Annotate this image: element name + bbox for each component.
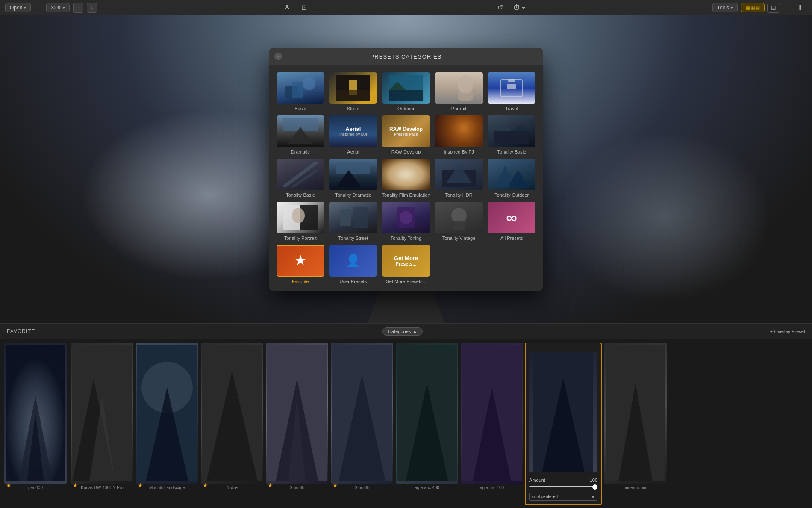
preset-inspired[interactable]: Inspired By FJ <box>435 115 483 154</box>
preset-tonality-basic-overlay <box>488 115 535 147</box>
preset-all-presets-thumb: ∞ <box>488 202 535 233</box>
presets-view-active[interactable]: ▦▦▦ <box>741 3 765 12</box>
presets-view-icon: ▦▦▦ <box>746 5 760 11</box>
film-star-icon: ★ <box>73 482 78 489</box>
close-icon: × <box>277 54 279 59</box>
preset-dramatic[interactable]: Dramatic <box>276 115 325 154</box>
zoom-out-button[interactable]: − <box>73 3 83 13</box>
film-item[interactable]: ★ Smooth <box>265 343 329 505</box>
preset-tonality-outdoor-overlay <box>488 159 535 190</box>
preset-tonality-portrait[interactable]: Tonality Portrait <box>276 202 325 241</box>
fav-label: FAVORITE <box>7 328 35 334</box>
film-item[interactable]: underground <box>603 343 668 505</box>
history-button[interactable]: ⏱ ▾ <box>510 2 529 13</box>
categories-label: Categories <box>388 329 411 334</box>
film-item[interactable]: ★ Smooth <box>330 343 394 505</box>
preset-all-presets[interactable]: ∞ All Presets <box>487 202 536 241</box>
zoom-dropdown[interactable]: 32% ▾ <box>46 3 70 12</box>
dialog-title: PRESETS CATEGORIES <box>371 53 442 60</box>
amount-slider-fill <box>529 486 597 487</box>
history-arrow-icon: ▾ <box>522 4 525 11</box>
preset-outdoor-overlay <box>382 72 430 104</box>
undo-button[interactable]: ↺ <box>494 2 506 13</box>
svg-rect-13 <box>508 79 515 82</box>
amount-slider[interactable] <box>529 486 597 487</box>
film-star-icon: ★ <box>332 482 338 489</box>
dialog-close-button[interactable]: × <box>274 53 282 60</box>
film-thumb <box>266 343 328 484</box>
preset-get-more-thumb: Get More Presets... <box>382 245 430 277</box>
svg-rect-5 <box>336 90 370 101</box>
zoom-arrow-icon: ▾ <box>63 6 65 10</box>
preset-get-more[interactable]: Get More Presets... Get More Presets... <box>382 245 430 284</box>
presets-grid: Basic Street Out <box>269 65 543 291</box>
dialog-overlay: × PRESETS CATEGORIES Basic <box>0 15 812 323</box>
film-item[interactable]: ★ Kodak BW 400CN Pro <box>70 343 134 505</box>
overlay-preset-button[interactable]: + Overlay Preset <box>770 329 805 334</box>
tools-label: Tools <box>717 5 729 11</box>
sliders-icon: ⊟ <box>771 4 776 11</box>
preset-tonality-outdoor-thumb <box>488 159 535 190</box>
categories-button[interactable]: Categories ▲ <box>382 327 423 336</box>
eye-icon: 👁 <box>284 4 291 11</box>
film-item[interactable]: agfa apx 400 <box>395 343 459 505</box>
zoom-in-button[interactable]: + <box>87 3 97 13</box>
preset-tonality-basic[interactable]: Tonality Basic <box>487 115 536 154</box>
preset-tonality-film-thumb <box>382 159 430 190</box>
preset-user[interactable]: 👤 User Presets <box>329 245 378 284</box>
categories-arrow-icon: ▲ <box>412 329 417 334</box>
preset-tonality-street[interactable]: Tonality Street <box>329 202 378 241</box>
svg-rect-1 <box>292 82 303 98</box>
preset-basic-thumb <box>277 72 324 104</box>
film-item[interactable]: ★ Noble <box>200 343 264 505</box>
preset-street[interactable]: Street <box>329 72 378 111</box>
tools-arrow-icon: ▾ <box>731 6 733 10</box>
preset-dramatic-overlay <box>277 115 324 147</box>
sliders-button[interactable]: ⊟ <box>767 3 780 13</box>
film-item[interactable]: ★ Moonlit Landscape <box>135 343 199 505</box>
preset-tonality-dramatic-thumb <box>329 159 377 190</box>
preset-raw-thumb: RAW Develop Presets Pack <box>382 115 430 147</box>
export-button[interactable]: ⬆ <box>794 1 807 14</box>
compare-button[interactable]: ⊡ <box>298 2 310 13</box>
preset-tonality-outdoor[interactable]: Tonality Outdoor <box>487 159 536 198</box>
svg-rect-32 <box>340 209 351 226</box>
open-button[interactable]: Open ▾ <box>5 3 31 12</box>
preset-dramatic-label: Dramatic <box>291 149 310 154</box>
preset-get-more-overlay: Get More Presets... <box>382 245 430 277</box>
preset-travel-label: Travel <box>505 106 518 111</box>
preset-outdoor[interactable]: Outdoor <box>382 72 430 111</box>
preset-tonality-toning[interactable]: Tonality Toning <box>382 202 430 241</box>
preset-raw[interactable]: RAW Develop Presets Pack RAW Develop <box>382 115 430 154</box>
preset-tonality-hdr[interactable]: Tonality HDR <box>435 159 483 198</box>
eye-button[interactable]: 👁 <box>281 2 294 13</box>
fav-header: FAVORITE Categories ▲ + Overlay Preset <box>0 324 812 339</box>
amount-preset-name[interactable]: cool centered ∨ <box>529 493 597 501</box>
preset-favorite[interactable]: ★ Favorite <box>276 245 325 284</box>
film-item[interactable]: ★ per 400 <box>3 343 68 505</box>
film-label: Noble <box>200 485 264 490</box>
preset-tonality-basic2[interactable]: Tonality Basic <box>276 159 325 198</box>
tools-button[interactable]: Tools ▾ <box>712 3 738 12</box>
amount-control: Amount 100 cool centered ∨ <box>525 343 602 505</box>
preset-tonality-basic2-thumb <box>277 159 324 190</box>
preset-outdoor-label: Outdoor <box>397 106 415 111</box>
amount-slider-thumb <box>592 484 597 490</box>
film-star-icon: ★ <box>203 482 208 489</box>
preset-tonality-basic-thumb <box>488 115 535 147</box>
preset-tonality-dramatic[interactable]: Tonality Dramatic <box>329 159 378 198</box>
film-thumb <box>396 343 458 484</box>
svg-rect-10 <box>458 92 473 101</box>
preset-tonality-vintage-label: Tonality Vintage <box>442 236 475 241</box>
preset-tonality-film[interactable]: Tonality Film Emulation <box>382 159 430 198</box>
preset-basic[interactable]: Basic <box>276 72 325 111</box>
preset-tonality-vintage[interactable]: Tonality Vintage <box>435 202 483 241</box>
film-item[interactable]: agfa pro 100 <box>460 343 524 505</box>
preset-portrait-label: Portrait <box>451 106 466 111</box>
preset-travel[interactable]: Travel <box>487 72 536 111</box>
preset-tonality-hdr-label: Tonality HDR <box>445 192 473 198</box>
preset-portrait[interactable]: Portrait <box>435 72 483 111</box>
preset-aerial[interactable]: Aerial Inspired by DJI Aerial <box>329 115 378 154</box>
film-thumb <box>201 343 263 484</box>
preset-outdoor-thumb <box>382 72 430 104</box>
